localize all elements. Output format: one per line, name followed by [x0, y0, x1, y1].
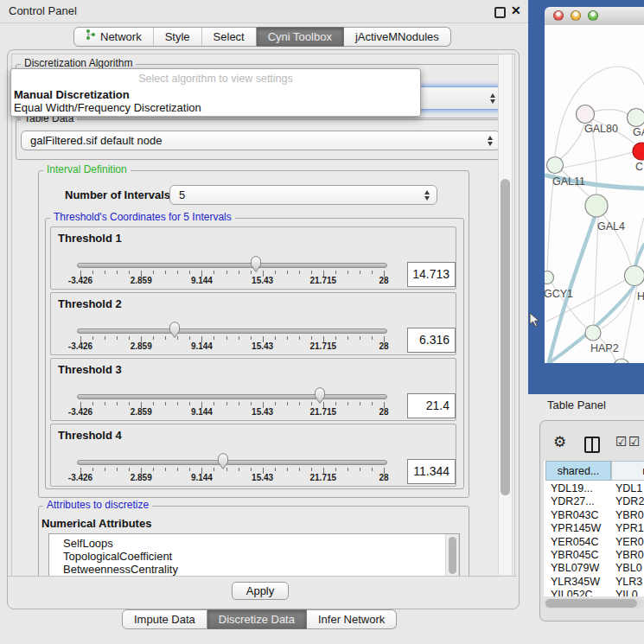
node-hap2[interactable]: [585, 325, 601, 341]
slider-tick: [299, 468, 300, 471]
algorithm-option-manual-discretization[interactable]: Manual Discretization: [14, 88, 130, 101]
slider-tick: [117, 271, 118, 274]
attribute-item-topologicalcoefficient[interactable]: TopologicalCoefficient: [63, 550, 172, 563]
column-header-shared-name[interactable]: shared...: [545, 461, 611, 481]
table-row[interactable]: YIL052CYIL0: [544, 589, 644, 596]
tab-impute-data[interactable]: Impute Data: [122, 609, 207, 629]
table-hscrollbar-thumb[interactable]: [545, 599, 637, 608]
slider-tick: [177, 468, 178, 471]
combo-stepper-icon[interactable]: [423, 186, 431, 204]
threshold-slider-track[interactable]: [77, 460, 387, 465]
node-bottom-partial[interactable]: [614, 359, 629, 363]
tab-infer-network[interactable]: Infer Network: [307, 609, 397, 629]
table-row[interactable]: YDR27...YDR2: [544, 495, 644, 508]
slider-tick: [311, 271, 312, 274]
slider-tick: [129, 336, 130, 340]
checkbox-icon[interactable]: ☑: [615, 434, 627, 450]
slider-tick-label: 28: [379, 276, 388, 285]
algorithm-option-equal-width-frequency-discretization[interactable]: Equal Width/Frequency Discretization: [14, 101, 201, 114]
table-row[interactable]: YLR345WYLR3: [544, 576, 644, 589]
table-row[interactable]: YDL19...YDL1: [544, 482, 644, 495]
threshold-slider-thumb[interactable]: [169, 322, 181, 339]
threshold-slider-track[interactable]: [77, 328, 387, 334]
network-icon: [86, 28, 96, 46]
slider-tick: [117, 336, 118, 340]
checkbox-icon[interactable]: ☑: [628, 434, 640, 450]
cell-shared-name: YLR345W: [551, 576, 611, 588]
panel-scrollbar[interactable]: [498, 54, 513, 575]
control-panel-titlebar: Control Panel ✕: [0, 0, 528, 23]
apply-button[interactable]: Apply: [232, 582, 289, 600]
threshold-value-field[interactable]: 11.344: [407, 459, 456, 484]
slider-tick-label: -3.426: [68, 407, 92, 417]
slider-tick: [153, 468, 154, 471]
gear-icon[interactable]: ⚙: [553, 433, 566, 451]
slider-tick: [251, 468, 252, 471]
tab-discretize-data[interactable]: Discretize Data: [207, 609, 307, 629]
tab-select[interactable]: Select: [201, 27, 257, 47]
slider-tick: [105, 468, 105, 471]
threshold-slider-thumb[interactable]: [314, 387, 326, 405]
combo-stepper-icon[interactable]: [486, 131, 494, 150]
float-window-icon[interactable]: [494, 7, 506, 18]
slider-tick: [360, 468, 360, 471]
list-scrollbar[interactable]: [445, 534, 459, 577]
tab-cyni-toolbox[interactable]: Cyni Toolbox: [257, 27, 344, 47]
table-row[interactable]: YER054CYER0: [544, 536, 644, 549]
node-right-mid[interactable]: [625, 266, 644, 286]
attribute-item-selfloops[interactable]: SelfLoops: [63, 537, 113, 550]
node-gcy1[interactable]: [545, 271, 554, 284]
close-traffic-light-icon[interactable]: [553, 10, 564, 21]
table-row[interactable]: YPR145WYPR1: [544, 522, 644, 535]
slider-tick: [214, 402, 214, 405]
threshold-slider-thumb[interactable]: [217, 453, 229, 470]
minimize-traffic-light-icon[interactable]: [571, 10, 581, 21]
network-window-titlebar[interactable]: [545, 7, 644, 26]
tab-jactivemnodules[interactable]: jActiveMNodules: [344, 27, 451, 47]
threshold-label: Threshold 3: [58, 363, 122, 376]
slider-tick: [92, 402, 93, 405]
apply-bar: Apply: [8, 576, 517, 608]
number-of-intervals-label: Number of Intervals: [65, 186, 170, 205]
slider-tick: [372, 468, 373, 471]
table-row[interactable]: YBR043CYBR0: [544, 509, 644, 522]
node-right-mid-label: H: [637, 290, 644, 303]
node-gal4[interactable]: [585, 194, 608, 217]
threshold-slider-thumb[interactable]: [250, 256, 262, 273]
threshold-value-field[interactable]: 21.4: [407, 393, 456, 418]
table-data-combo-value: galFiltered.sif default node: [30, 131, 500, 150]
slider-tick: [92, 468, 93, 471]
column-header-name[interactable]: name: [611, 461, 644, 481]
slider-tick: [129, 271, 130, 274]
node-gal11[interactable]: [547, 157, 564, 174]
network-canvas[interactable]: GAL80GACGAL11GAL4GCY1HHAP2: [545, 25, 644, 363]
split-column-icon[interactable]: [584, 437, 600, 453]
control-panel-title: Control Panel: [9, 0, 77, 22]
threshold-slider-track[interactable]: [77, 263, 387, 268]
threshold-slider-track[interactable]: [77, 394, 387, 399]
table-data-combo[interactable]: galFiltered.sif default node: [21, 131, 501, 150]
node-hap2-label: HAP2: [590, 342, 619, 354]
slider-tick: [92, 336, 93, 340]
zoom-traffic-light-icon[interactable]: [588, 10, 598, 21]
attribute-item-betweennesscentrality[interactable]: BetweennessCentrality: [63, 563, 178, 576]
close-icon[interactable]: ✕: [511, 3, 521, 17]
numerical-attributes-list[interactable]: SelfLoopsTopologicalCoefficientBetweenne…: [48, 533, 460, 577]
node-gal11-label: GAL11: [552, 175, 585, 188]
panel-scrollbar-thumb[interactable]: [501, 179, 510, 495]
number-of-intervals-value: 5: [179, 186, 437, 204]
tab-style[interactable]: Style: [153, 27, 202, 47]
cell-name: YBR0: [615, 549, 644, 561]
number-of-intervals-combo[interactable]: 5: [169, 185, 437, 205]
list-scrollbar-thumb[interactable]: [449, 537, 456, 574]
threshold-value-field[interactable]: 14.713: [407, 262, 456, 287]
node-gal80[interactable]: [577, 105, 595, 124]
combo-stepper-icon[interactable]: [488, 87, 497, 109]
table-row[interactable]: YBL079WYBL0: [544, 562, 644, 575]
numerical-attributes-label: Numerical Attributes: [41, 517, 151, 530]
table-row[interactable]: YBR045CYBR0: [544, 549, 644, 562]
tab-network[interactable]: Network: [73, 27, 154, 47]
threshold-value-field[interactable]: 6.316: [407, 328, 456, 353]
node-top-right[interactable]: [628, 109, 644, 127]
node-red[interactable]: [633, 143, 644, 160]
